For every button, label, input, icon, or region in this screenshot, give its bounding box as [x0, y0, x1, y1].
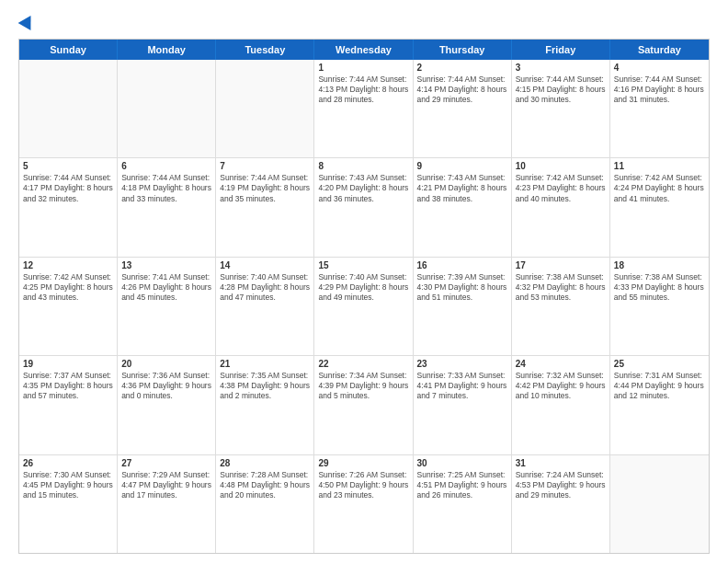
day-info: Sunrise: 7:26 AM Sunset: 4:50 PM Dayligh… — [318, 470, 408, 500]
day-info: Sunrise: 7:44 AM Sunset: 4:16 PM Dayligh… — [614, 75, 705, 105]
calendar: SundayMondayTuesdayWednesdayThursdayFrid… — [18, 39, 710, 554]
calendar-cell-day-10: 10Sunrise: 7:42 AM Sunset: 4:23 PM Dayli… — [512, 158, 610, 256]
day-info: Sunrise: 7:44 AM Sunset: 4:14 PM Dayligh… — [417, 75, 507, 105]
calendar-cell-day-20: 20Sunrise: 7:36 AM Sunset: 4:36 PM Dayli… — [118, 356, 216, 454]
day-number: 28 — [220, 458, 310, 468]
day-info: Sunrise: 7:42 AM Sunset: 4:23 PM Dayligh… — [516, 173, 606, 203]
calendar-cell-empty — [118, 60, 216, 157]
calendar-cell-day-5: 5Sunrise: 7:44 AM Sunset: 4:17 PM Daylig… — [19, 158, 118, 256]
day-number: 14 — [220, 260, 310, 270]
day-info: Sunrise: 7:44 AM Sunset: 4:19 PM Dayligh… — [220, 173, 310, 203]
day-number: 1 — [318, 63, 408, 73]
calendar-cell-day-27: 27Sunrise: 7:29 AM Sunset: 4:47 PM Dayli… — [118, 455, 216, 553]
day-info: Sunrise: 7:31 AM Sunset: 4:44 PM Dayligh… — [614, 371, 705, 401]
calendar-body: 1Sunrise: 7:44 AM Sunset: 4:13 PM Daylig… — [19, 60, 709, 553]
day-number: 18 — [614, 260, 705, 270]
day-number: 19 — [23, 359, 113, 369]
day-info: Sunrise: 7:28 AM Sunset: 4:48 PM Dayligh… — [220, 470, 310, 500]
day-info: Sunrise: 7:43 AM Sunset: 4:20 PM Dayligh… — [318, 173, 408, 203]
day-info: Sunrise: 7:44 AM Sunset: 4:17 PM Dayligh… — [23, 173, 113, 203]
calendar-row-4: 19Sunrise: 7:37 AM Sunset: 4:35 PM Dayli… — [19, 355, 709, 454]
day-number: 2 — [417, 63, 507, 73]
calendar-cell-day-19: 19Sunrise: 7:37 AM Sunset: 4:35 PM Dayli… — [19, 356, 118, 454]
day-info: Sunrise: 7:32 AM Sunset: 4:42 PM Dayligh… — [516, 371, 606, 401]
calendar-cell-day-15: 15Sunrise: 7:40 AM Sunset: 4:29 PM Dayli… — [314, 258, 413, 355]
calendar-cell-day-1: 1Sunrise: 7:44 AM Sunset: 4:13 PM Daylig… — [314, 60, 413, 157]
page: SundayMondayTuesdayWednesdayThursdayFrid… — [0, 0, 728, 563]
day-number: 20 — [121, 359, 211, 369]
day-number: 4 — [614, 63, 705, 73]
calendar-cell-day-24: 24Sunrise: 7:32 AM Sunset: 4:42 PM Dayli… — [512, 356, 610, 454]
calendar-cell-day-26: 26Sunrise: 7:30 AM Sunset: 4:45 PM Dayli… — [19, 455, 118, 553]
day-info: Sunrise: 7:33 AM Sunset: 4:41 PM Dayligh… — [417, 371, 507, 401]
calendar-cell-day-28: 28Sunrise: 7:28 AM Sunset: 4:48 PM Dayli… — [216, 455, 314, 553]
calendar-cell-day-21: 21Sunrise: 7:35 AM Sunset: 4:38 PM Dayli… — [216, 356, 314, 454]
calendar-cell-day-2: 2Sunrise: 7:44 AM Sunset: 4:14 PM Daylig… — [414, 60, 512, 157]
weekday-header-saturday: Saturday — [610, 40, 709, 60]
day-number: 8 — [318, 161, 408, 171]
calendar-cell-day-31: 31Sunrise: 7:24 AM Sunset: 4:53 PM Dayli… — [512, 455, 610, 553]
day-number: 29 — [318, 458, 408, 468]
calendar-cell-day-4: 4Sunrise: 7:44 AM Sunset: 4:16 PM Daylig… — [610, 60, 709, 157]
day-number: 10 — [516, 161, 606, 171]
logo — [18, 15, 35, 29]
day-info: Sunrise: 7:25 AM Sunset: 4:51 PM Dayligh… — [417, 470, 507, 500]
calendar-cell-empty — [216, 60, 314, 157]
calendar-cell-day-16: 16Sunrise: 7:39 AM Sunset: 4:30 PM Dayli… — [414, 258, 512, 355]
day-info: Sunrise: 7:36 AM Sunset: 4:36 PM Dayligh… — [121, 371, 211, 401]
day-number: 5 — [23, 161, 113, 171]
day-number: 16 — [417, 260, 507, 270]
day-number: 30 — [417, 458, 507, 468]
day-info: Sunrise: 7:37 AM Sunset: 4:35 PM Dayligh… — [23, 371, 113, 401]
day-info: Sunrise: 7:41 AM Sunset: 4:26 PM Dayligh… — [121, 272, 211, 303]
calendar-cell-day-7: 7Sunrise: 7:44 AM Sunset: 4:19 PM Daylig… — [216, 158, 314, 256]
calendar-cell-day-14: 14Sunrise: 7:40 AM Sunset: 4:28 PM Dayli… — [216, 258, 314, 355]
calendar-cell-day-29: 29Sunrise: 7:26 AM Sunset: 4:50 PM Dayli… — [314, 455, 413, 553]
day-number: 17 — [516, 260, 606, 270]
header — [18, 15, 710, 29]
weekday-header-friday: Friday — [512, 40, 610, 60]
calendar-cell-day-9: 9Sunrise: 7:43 AM Sunset: 4:21 PM Daylig… — [414, 158, 512, 256]
weekday-header-tuesday: Tuesday — [216, 40, 314, 60]
day-number: 25 — [614, 359, 705, 369]
day-info: Sunrise: 7:34 AM Sunset: 4:39 PM Dayligh… — [318, 371, 408, 401]
calendar-cell-day-3: 3Sunrise: 7:44 AM Sunset: 4:15 PM Daylig… — [512, 60, 610, 157]
day-info: Sunrise: 7:42 AM Sunset: 4:24 PM Dayligh… — [614, 173, 705, 203]
day-info: Sunrise: 7:43 AM Sunset: 4:21 PM Dayligh… — [417, 173, 507, 203]
day-number: 11 — [614, 161, 705, 171]
day-info: Sunrise: 7:35 AM Sunset: 4:38 PM Dayligh… — [220, 371, 310, 401]
weekday-header-thursday: Thursday — [414, 40, 512, 60]
calendar-cell-day-6: 6Sunrise: 7:44 AM Sunset: 4:18 PM Daylig… — [118, 158, 216, 256]
calendar-row-3: 12Sunrise: 7:42 AM Sunset: 4:25 PM Dayli… — [19, 257, 709, 355]
calendar-row-5: 26Sunrise: 7:30 AM Sunset: 4:45 PM Dayli… — [19, 454, 709, 553]
day-info: Sunrise: 7:30 AM Sunset: 4:45 PM Dayligh… — [23, 470, 113, 500]
day-info: Sunrise: 7:42 AM Sunset: 4:25 PM Dayligh… — [23, 272, 113, 303]
calendar-cell-day-18: 18Sunrise: 7:38 AM Sunset: 4:33 PM Dayli… — [610, 258, 709, 355]
day-info: Sunrise: 7:38 AM Sunset: 4:32 PM Dayligh… — [516, 272, 606, 303]
calendar-cell-day-17: 17Sunrise: 7:38 AM Sunset: 4:32 PM Dayli… — [512, 258, 610, 355]
day-number: 9 — [417, 161, 507, 171]
day-number: 6 — [121, 161, 211, 171]
day-info: Sunrise: 7:38 AM Sunset: 4:33 PM Dayligh… — [614, 272, 705, 303]
day-number: 15 — [318, 260, 408, 270]
day-number: 22 — [318, 359, 408, 369]
day-number: 23 — [417, 359, 507, 369]
day-number: 31 — [516, 458, 606, 468]
calendar-cell-day-13: 13Sunrise: 7:41 AM Sunset: 4:26 PM Dayli… — [118, 258, 216, 355]
calendar-cell-empty — [19, 60, 118, 157]
calendar-row-2: 5Sunrise: 7:44 AM Sunset: 4:17 PM Daylig… — [19, 157, 709, 256]
day-number: 24 — [516, 359, 606, 369]
calendar-cell-day-22: 22Sunrise: 7:34 AM Sunset: 4:39 PM Dayli… — [314, 356, 413, 454]
day-number: 26 — [23, 458, 113, 468]
calendar-row-1: 1Sunrise: 7:44 AM Sunset: 4:13 PM Daylig… — [19, 60, 709, 157]
logo-triangle-icon — [18, 12, 38, 30]
calendar-cell-empty — [610, 455, 709, 553]
day-info: Sunrise: 7:40 AM Sunset: 4:29 PM Dayligh… — [318, 272, 408, 303]
day-info: Sunrise: 7:44 AM Sunset: 4:18 PM Dayligh… — [121, 173, 211, 203]
day-number: 27 — [121, 458, 211, 468]
day-info: Sunrise: 7:40 AM Sunset: 4:28 PM Dayligh… — [220, 272, 310, 303]
day-info: Sunrise: 7:44 AM Sunset: 4:15 PM Dayligh… — [516, 75, 606, 105]
day-number: 12 — [23, 260, 113, 270]
calendar-cell-day-25: 25Sunrise: 7:31 AM Sunset: 4:44 PM Dayli… — [610, 356, 709, 454]
day-number: 7 — [220, 161, 310, 171]
